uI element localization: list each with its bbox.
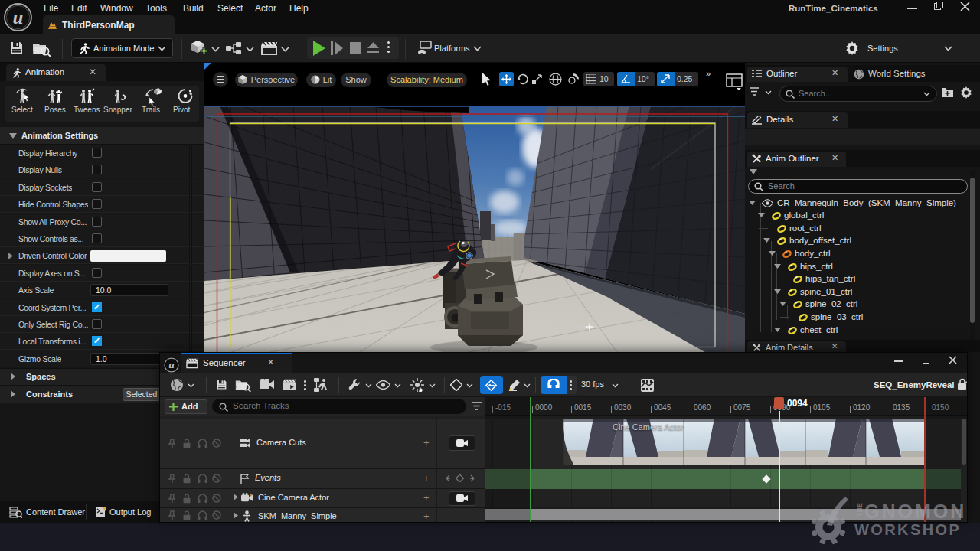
svg-text:WORKSHOP: WORKSHOP: [854, 521, 961, 538]
svg-text:THE: THE: [856, 503, 864, 517]
svg-text:GNOMON: GNOMON: [864, 500, 966, 522]
svg-text:u: u: [13, 7, 24, 28]
svg-text:u: u: [168, 359, 174, 370]
